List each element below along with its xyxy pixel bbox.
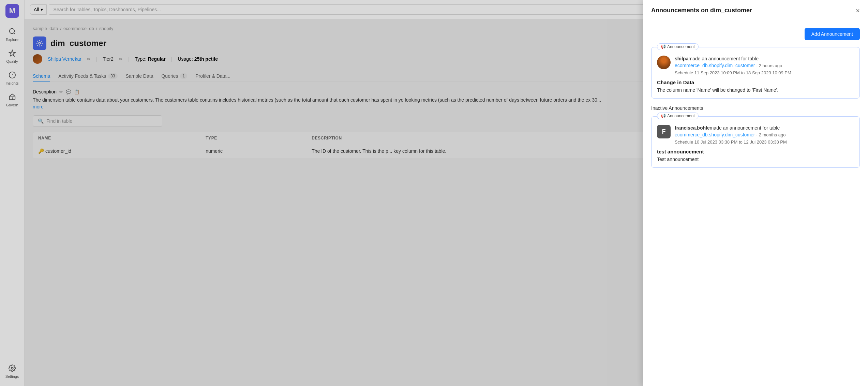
announcement-tag: 📢 Announcement — [657, 113, 699, 119]
tab-profiler[interactable]: Profiler & Data... — [195, 71, 230, 82]
breadcrumb-part1[interactable]: sample_data — [33, 26, 58, 31]
more-link[interactable]: more — [33, 104, 44, 109]
sidebar-item-insights[interactable]: Insights — [0, 67, 24, 89]
search-type-select[interactable]: All ▾ — [30, 4, 47, 15]
ann-title: Change in Data — [657, 79, 854, 85]
breadcrumb-sep: / — [60, 26, 61, 31]
search-icon: 🔍 — [38, 118, 44, 124]
edit-tier-icon[interactable]: ✏ — [119, 57, 123, 62]
svg-point-9 — [11, 367, 13, 369]
sidebar-item-settings[interactable]: Settings — [0, 360, 24, 382]
key-icon: 🔑 — [38, 148, 44, 154]
sidebar-item-label: Explore — [6, 38, 18, 42]
panel-body: Add Announcement 📢 Announcement shilpama… — [643, 21, 868, 386]
tab-activity[interactable]: Activity Feeds & Tasks 33 — [58, 71, 117, 82]
card-info: francisca.bohlemade an announcement for … — [675, 125, 854, 145]
tab-sample-data[interactable]: Sample Data — [126, 71, 153, 82]
chevron-down-icon: ▾ — [41, 7, 43, 12]
ann-content: Test announcement — [657, 157, 854, 162]
tier-badge: Tier2 — [103, 56, 113, 62]
sidebar: M Explore Quality Insights Govern Settin… — [0, 0, 25, 386]
col-header-name: NAME — [33, 132, 200, 144]
sidebar-item-quality[interactable]: Quality — [0, 45, 24, 67]
type-label: Type: Regular — [135, 56, 166, 62]
panel-title: Announcements on dim_customer — [651, 7, 752, 14]
announcement-tag-label: Announcement — [667, 44, 695, 49]
ann-action: made an announcement for table — [688, 56, 758, 61]
insights-icon — [8, 70, 17, 80]
svg-point-10 — [39, 42, 41, 44]
edit-owner-icon[interactable]: ✏ — [87, 57, 91, 62]
quality-icon — [8, 48, 17, 58]
announcement-card-active-1: 📢 Announcement shilpamade an announcemen… — [651, 47, 860, 99]
sidebar-item-explore[interactable]: Explore — [0, 23, 24, 45]
govern-icon — [8, 92, 17, 102]
announcements-panel: Announcements on dim_customer × Add Anno… — [643, 0, 868, 386]
col-header-type: TYPE — [200, 132, 306, 144]
breadcrumb-sep: / — [96, 26, 98, 31]
ann-schedule: Schedule 10 Jul 2023 03:38 PM to 12 Jul … — [675, 139, 854, 145]
avatar: F — [657, 125, 671, 138]
breadcrumb-part2[interactable]: ecommerce_db — [63, 26, 94, 31]
announcement-tag: 📢 Announcement — [657, 43, 699, 50]
sidebar-item-label: Settings — [5, 374, 19, 378]
sidebar-item-label: Quality — [6, 59, 18, 63]
desc-icon3[interactable]: 📋 — [74, 89, 79, 94]
sidebar-item-label: Govern — [6, 103, 18, 107]
settings-icon — [8, 363, 17, 373]
announcement-tag-icon: 📢 — [661, 114, 666, 118]
card-meta: F francisca.bohlemade an announcement fo… — [657, 125, 854, 145]
card-body: F francisca.bohlemade an announcement fo… — [657, 122, 854, 162]
search-type-label: All — [34, 7, 39, 12]
ann-time: · 2 hours ago — [756, 63, 782, 68]
owner-link[interactable]: Shilpa Vernekar — [48, 56, 81, 62]
inactive-announcements-label: Inactive Announcements — [651, 105, 860, 111]
avatar — [657, 56, 671, 69]
announcement-tag-icon: 📢 — [661, 44, 666, 49]
panel-header: Announcements on dim_customer × — [643, 0, 868, 21]
ann-user: shilpa — [675, 56, 688, 61]
svg-line-3 — [14, 33, 15, 34]
edit-desc-icon[interactable]: ✏ — [59, 89, 63, 94]
owner-avatar — [33, 54, 42, 64]
ann-action: made an announcement for table — [710, 125, 780, 131]
ann-link[interactable]: ecommerce_db.shopify.dim_customer — [675, 63, 755, 68]
col-type: numeric — [200, 144, 306, 158]
table-icon — [33, 36, 46, 50]
svg-text:M: M — [9, 6, 15, 15]
announcement-tag-label: Announcement — [667, 114, 695, 118]
card-info: shilpamade an announcement for table eco… — [675, 56, 854, 75]
col-name: 🔑 customer_id — [33, 144, 200, 158]
app-logo[interactable]: M — [5, 4, 19, 18]
tab-queries[interactable]: Queries 1 — [161, 71, 187, 82]
desc-icon2[interactable]: 💬 — [66, 89, 71, 94]
table-name: dim_customer — [50, 39, 106, 48]
search-placeholder: Search for Tables, Topics, Dashboards, P… — [54, 7, 161, 12]
tab-activity-badge: 33 — [108, 73, 117, 79]
card-body: shilpamade an announcement for table eco… — [657, 53, 854, 93]
find-in-table-input[interactable]: 🔍 Find in table — [33, 115, 162, 127]
ann-user: francisca.bohle — [675, 125, 710, 131]
ann-schedule: Schedule 11 Sep 2023 10:09 PM to 18 Sep … — [675, 70, 854, 75]
tab-queries-badge: 1 — [180, 73, 187, 79]
panel-close-button[interactable]: × — [856, 7, 860, 14]
explore-icon — [8, 27, 17, 36]
card-info-line1: francisca.bohlemade an announcement for … — [675, 125, 854, 138]
svg-point-2 — [9, 29, 14, 34]
usage-label: Usage: 25th pctile — [178, 56, 218, 62]
sidebar-item-govern[interactable]: Govern — [0, 89, 24, 110]
ann-content: The column name 'Name' will be changed t… — [657, 87, 854, 93]
ann-title: test announcement — [657, 149, 854, 154]
card-meta: shilpamade an announcement for table eco… — [657, 56, 854, 75]
ann-time: · 2 months ago — [756, 132, 785, 137]
breadcrumb-part3[interactable]: shopify — [99, 26, 113, 31]
sidebar-item-label: Insights — [6, 81, 19, 85]
ann-link[interactable]: ecommerce_db.shopify.dim_customer — [675, 132, 755, 137]
card-info-line1: shilpamade an announcement for table eco… — [675, 56, 854, 69]
tab-schema[interactable]: Schema — [33, 71, 50, 82]
add-announcement-button[interactable]: Add Announcement — [805, 28, 860, 40]
search-placeholder-text: Find in table — [46, 118, 72, 124]
announcement-card-inactive-1: 📢 Announcement F francisca.bohlemade an … — [651, 116, 860, 168]
